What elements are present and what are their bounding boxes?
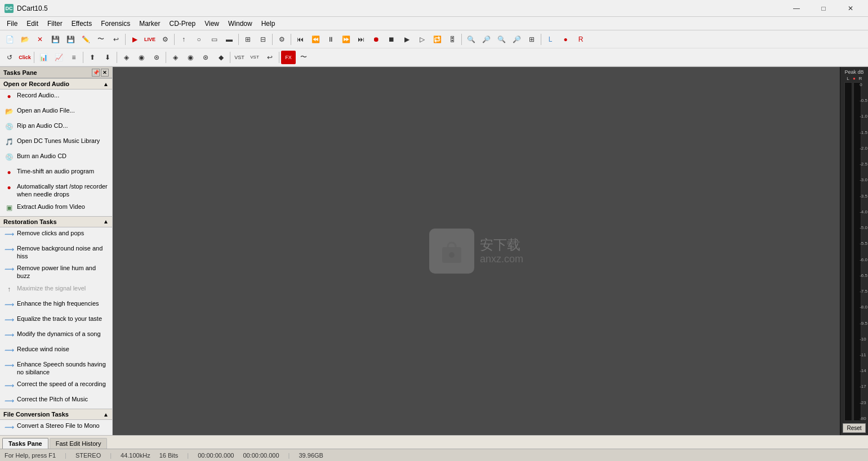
toolbar-open[interactable]: 📂 bbox=[17, 33, 32, 46]
toolbar-vst1[interactable]: VST bbox=[232, 51, 247, 64]
task-open-audio-file[interactable]: 📂 Open an Audio File... bbox=[0, 105, 112, 120]
section-open-record[interactable]: Open or Record Audio ▲ bbox=[0, 78, 112, 89]
meter-tick-15: -1.5 bbox=[860, 130, 867, 135]
task-remove-clicks[interactable]: ⟿ Remove clicks and pops bbox=[0, 227, 112, 243]
toolbar-settings[interactable]: ⚙ bbox=[274, 33, 289, 46]
toolbar-wave2[interactable]: 〜 bbox=[296, 51, 311, 64]
toolbar-undo[interactable]: ↩ bbox=[109, 33, 123, 46]
toolbar-graph[interactable]: 📊 bbox=[36, 51, 51, 64]
task-record-audio[interactable]: ● Record Audio... bbox=[0, 89, 112, 105]
toolbar-effect1[interactable]: ◈ bbox=[119, 51, 133, 64]
maximize-button[interactable]: □ bbox=[811, 0, 836, 17]
menu-window[interactable]: Window bbox=[224, 18, 257, 29]
task-enhance-high[interactable]: ⟿ Enhance the high frequencies bbox=[0, 298, 112, 313]
minimize-button[interactable]: — bbox=[784, 0, 809, 17]
toolbar-bar[interactable]: 📈 bbox=[51, 51, 66, 64]
toolbar-play[interactable]: ▶ bbox=[399, 33, 414, 46]
task-equalize[interactable]: ⟿ Equalize the track to your taste bbox=[0, 313, 112, 328]
task-convert-stereo-mono[interactable]: ⟿ Convert a Stereo File to Mono bbox=[0, 420, 112, 435]
section-restoration[interactable]: Restoration Tasks ▲ bbox=[0, 216, 112, 227]
toolbar-pencil[interactable]: ✏️ bbox=[78, 33, 93, 46]
section-file-conversion[interactable]: File Conversion Tasks ▲ bbox=[0, 409, 112, 420]
task-correct-pitch[interactable]: ⟿ Correct the Pitch of Music bbox=[0, 393, 112, 409]
toolbar-effect2[interactable]: ◉ bbox=[134, 51, 149, 64]
toolbar-zoom-in[interactable]: 🔍 bbox=[464, 33, 478, 46]
toolbar-pause[interactable]: ⏸ bbox=[323, 33, 338, 46]
toolbar-grid2[interactable]: ⊟ bbox=[256, 33, 270, 46]
toolbar-saveas[interactable]: 💾 bbox=[63, 33, 78, 46]
toolbar-click-repair[interactable]: Click bbox=[17, 51, 32, 64]
toolbar-grid[interactable]: ⊞ bbox=[241, 33, 255, 46]
toolbar-live[interactable]: LIVE bbox=[143, 33, 157, 46]
task-extract-video[interactable]: ▣ Extract Audio from Video bbox=[0, 201, 112, 216]
menu-marker[interactable]: Marker bbox=[135, 18, 164, 29]
toolbar-skipfwd[interactable]: ⏭ bbox=[354, 33, 368, 46]
toolbar-stop[interactable]: ⏹ bbox=[384, 33, 399, 46]
toolbar-effect7[interactable]: ◆ bbox=[213, 51, 228, 64]
toolbar-record-btn[interactable]: ▶ bbox=[127, 33, 142, 46]
tasks-pane-close[interactable]: ✕ bbox=[101, 69, 109, 77]
toolbar-zoom-in2[interactable]: 🔍 bbox=[494, 33, 509, 46]
task-burn-cd[interactable]: 💿 Burn an Audio CD bbox=[0, 150, 112, 165]
toolbar-zoom-fit[interactable]: ⊞ bbox=[524, 33, 539, 46]
menu-help[interactable]: Help bbox=[257, 18, 280, 29]
toolbar-red-fx[interactable]: FX bbox=[281, 51, 296, 64]
toolbar-eq-btn[interactable]: ⚙ bbox=[158, 33, 172, 46]
toolbar-record2[interactable]: ⏺ bbox=[369, 33, 384, 46]
toolbar-back[interactable]: ⏪ bbox=[308, 33, 323, 46]
task-enhance-speech[interactable]: ⟿ Enhance Speech sounds having no sibila… bbox=[0, 359, 112, 379]
toolbar-new[interactable]: 📄 bbox=[2, 33, 17, 46]
toolbar-channel-lr[interactable]: ● bbox=[558, 33, 573, 46]
toolbar-effect3[interactable]: ⊛ bbox=[149, 51, 164, 64]
toolbar-block2[interactable]: ▬ bbox=[222, 33, 237, 46]
toolbar-effect4[interactable]: ◈ bbox=[168, 51, 182, 64]
toolbar-circle[interactable]: ○ bbox=[192, 33, 206, 46]
menu-edit[interactable]: Edit bbox=[22, 18, 43, 29]
toolbar-vst2[interactable]: VST bbox=[247, 51, 262, 64]
toolbar-up[interactable]: ↑ bbox=[176, 33, 191, 46]
menu-effects[interactable]: Effects bbox=[67, 18, 96, 29]
task-rip-audio-cd[interactable]: 💿 Rip an Audio CD... bbox=[0, 120, 112, 135]
tab-fast-edit-history[interactable]: Fast Edit History bbox=[50, 438, 108, 449]
task-dynamics[interactable]: ⟿ Modify the dynamics of a song bbox=[0, 328, 112, 343]
tasks-scroll[interactable]: Open or Record Audio ▲ ● Record Audio...… bbox=[0, 78, 112, 435]
task-reduce-wind[interactable]: ⟿ Reduce wind noise bbox=[0, 343, 112, 359]
toolbar-block1[interactable]: ▭ bbox=[207, 33, 221, 46]
toolbar-undo2[interactable]: ↩ bbox=[262, 51, 277, 64]
toolbar-skipback[interactable]: ⏮ bbox=[293, 33, 308, 46]
menu-forensics[interactable]: Forensics bbox=[96, 18, 135, 29]
toolbar-ffwd[interactable]: ⏩ bbox=[339, 33, 353, 46]
menu-view[interactable]: View bbox=[200, 18, 224, 29]
tab-tasks-pane[interactable]: Tasks Pane bbox=[2, 438, 48, 449]
reset-button[interactable]: Reset bbox=[843, 423, 865, 433]
menu-filter[interactable]: Filter bbox=[43, 18, 67, 29]
toolbar-restore[interactable]: ↺ bbox=[2, 51, 17, 64]
close-button[interactable]: ✕ bbox=[838, 0, 863, 17]
task-auto-record[interactable]: ● Automatically start /stop recorder whe… bbox=[0, 181, 112, 201]
toolbar-wave[interactable]: 〜 bbox=[94, 33, 108, 46]
task-timeshift[interactable]: ● Time-shift an audio program bbox=[0, 165, 112, 181]
toolbar-save[interactable]: 💾 bbox=[48, 33, 63, 46]
toolbar-zoom-out[interactable]: 🔎 bbox=[479, 33, 493, 46]
tasks-pane-pin[interactable]: 📌 bbox=[92, 69, 100, 77]
task-remove-hum[interactable]: ⟿ Remove power line hum and buzz bbox=[0, 262, 112, 283]
menu-file[interactable]: File bbox=[2, 18, 22, 29]
task-convert-stereo-mono-label: Convert a Stereo File to Mono bbox=[17, 422, 108, 429]
task-remove-noise[interactable]: ⟿ Remove background noise and hiss bbox=[0, 243, 112, 263]
toolbar-effect5[interactable]: ◉ bbox=[183, 51, 198, 64]
toolbar-channel-r[interactable]: R bbox=[573, 33, 588, 46]
toolbar-close[interactable]: ✕ bbox=[33, 33, 47, 46]
toolbar-cue[interactable]: 🎛 bbox=[445, 33, 460, 46]
toolbar-channel-l[interactable]: L bbox=[543, 33, 558, 46]
toolbar-arrow-down[interactable]: ⬇ bbox=[100, 51, 115, 64]
toolbar-zoom-out2[interactable]: 🔎 bbox=[509, 33, 524, 46]
task-correct-speed[interactable]: ⟿ Correct the speed of a recording bbox=[0, 378, 112, 393]
toolbar-list[interactable]: ≡ bbox=[66, 51, 81, 64]
task-open-library[interactable]: 🎵 Open DC Tunes Music Library bbox=[0, 135, 112, 150]
toolbar-arrow-up[interactable]: ⬆ bbox=[85, 51, 100, 64]
toolbar-loop[interactable]: 🔁 bbox=[430, 33, 444, 46]
menu-cdprep[interactable]: CD-Prep bbox=[165, 18, 201, 29]
toolbar-effect6[interactable]: ⊛ bbox=[198, 51, 213, 64]
toolbar-play2[interactable]: ▷ bbox=[415, 33, 429, 46]
task-reduce-wind-label: Reduce wind noise bbox=[17, 345, 108, 353]
